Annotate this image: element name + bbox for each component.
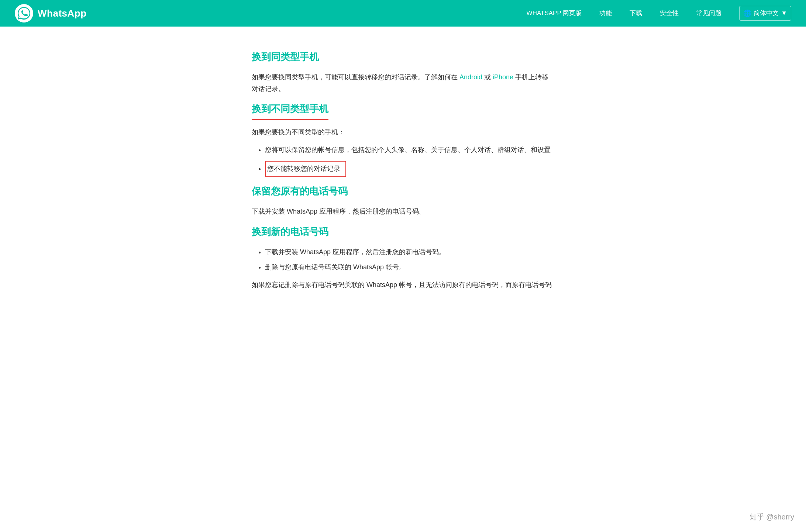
section-forget-note: 如果您忘记删除与原有电话号码关联的 WhatsApp 帐号，且无法访问原有的电话…	[252, 279, 554, 291]
list-item-highlighted: 您不能转移您的对话记录	[265, 159, 554, 177]
globe-icon: 🌐	[743, 8, 751, 19]
nav-item-security[interactable]: 安全性	[660, 8, 679, 19]
diff-type-list: 您将可以保留您的帐号信息，包括您的个人头像、名称、关于信息、个人对话、群组对话、…	[252, 144, 554, 177]
iphone-link[interactable]: iPhone	[493, 73, 513, 81]
whatsapp-logo-icon	[15, 4, 33, 23]
section-keep-phone-title: 保留您原有的电话号码	[252, 183, 554, 199]
new-phone-list: 下载并安装 WhatsApp 应用程序，然后注册您的新电话号码。 删除与您原有电…	[252, 246, 554, 273]
main-nav: WHATSAPP 网页版 功能 下载 安全性 常见问题 🌐 简体中文 ▼	[527, 6, 791, 21]
list-item-text-1: 您将可以保留您的帐号信息，包括您的个人头像、名称、关于信息、个人对话、群组对话、…	[265, 146, 551, 153]
new-phone-item-2: 删除与您原有电话号码关联的 WhatsApp 帐号。	[265, 263, 406, 271]
list-item: 删除与您原有电话号码关联的 WhatsApp 帐号。	[265, 262, 554, 273]
highlighted-text: 您不能转移您的对话记录	[265, 161, 346, 177]
section-keep-phone: 保留您原有的电话号码 下载并安装 WhatsApp 应用程序，然后注册您的电话号…	[252, 183, 554, 218]
list-item: 您将可以保留您的帐号信息，包括您的个人头像、名称、关于信息、个人对话、群组对话、…	[265, 144, 554, 156]
svg-point-0	[15, 4, 33, 23]
list-item: 下载并安装 WhatsApp 应用程序，然后注册您的新电话号码。	[265, 246, 554, 258]
section-keep-phone-paragraph: 下载并安装 WhatsApp 应用程序，然后注册您的电话号码。	[252, 206, 554, 218]
nav-item-web[interactable]: WHATSAPP 网页版	[527, 8, 582, 19]
section-diff-type: 换到不同类型手机 如果您要换为不同类型的手机： 您将可以保留您的帐号信息，包括您…	[252, 101, 554, 177]
language-selector[interactable]: 🌐 简体中文 ▼	[739, 6, 791, 21]
lang-label: 简体中文	[754, 8, 779, 19]
logo-area: WhatsApp	[15, 4, 87, 23]
section-new-phone-title: 换到新的电话号码	[252, 224, 554, 240]
main-content: 换到同类型手机 如果您要换同类型手机，可能可以直接转移您的对话记录。了解如何在 …	[237, 27, 569, 326]
diff-type-text: 如果您要换为不同类型的手机：	[252, 128, 345, 136]
nav-item-faq[interactable]: 常见问题	[696, 8, 721, 19]
site-header: WhatsApp WHATSAPP 网页版 功能 下载 安全性 常见问题 🌐 简…	[0, 0, 806, 27]
section-same-type-title: 换到同类型手机	[252, 49, 554, 65]
logo-text: WhatsApp	[38, 5, 87, 21]
nav-item-download[interactable]: 下载	[630, 8, 642, 19]
section-diff-type-title: 换到不同类型手机	[252, 101, 328, 120]
new-phone-item-1: 下载并安装 WhatsApp 应用程序，然后注册您的新电话号码。	[265, 248, 445, 256]
same-type-text-2: 或	[482, 73, 493, 81]
forget-note-text: 如果您忘记删除与原有电话号码关联的 WhatsApp 帐号，且无法访问原有的电话…	[252, 281, 552, 289]
section-same-type-paragraph: 如果您要换同类型手机，可能可以直接转移您的对话记录。了解如何在 Android …	[252, 72, 554, 95]
same-type-text-1: 如果您要换同类型手机，可能可以直接转移您的对话记录。了解如何在	[252, 73, 459, 81]
section-new-phone: 换到新的电话号码 下载并安装 WhatsApp 应用程序，然后注册您的新电话号码…	[252, 224, 554, 273]
nav-item-features[interactable]: 功能	[599, 8, 612, 19]
android-link[interactable]: Android	[459, 73, 482, 81]
section-same-type: 换到同类型手机 如果您要换同类型手机，可能可以直接转移您的对话记录。了解如何在 …	[252, 49, 554, 95]
keep-phone-text: 下载并安装 WhatsApp 应用程序，然后注册您的电话号码。	[252, 208, 426, 215]
forget-note-paragraph: 如果您忘记删除与原有电话号码关联的 WhatsApp 帐号，且无法访问原有的电话…	[252, 279, 554, 291]
chevron-down-icon: ▼	[781, 8, 787, 19]
section-diff-type-paragraph: 如果您要换为不同类型的手机：	[252, 127, 554, 138]
